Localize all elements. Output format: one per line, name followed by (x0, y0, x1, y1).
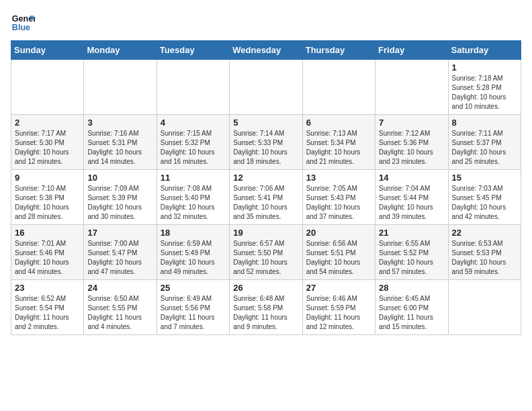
calendar-week-row: 23Sunrise: 6:52 AM Sunset: 5:54 PM Dayli… (11, 280, 521, 335)
day-info: Sunrise: 7:13 AM Sunset: 5:34 PM Dayligh… (306, 129, 371, 167)
day-number: 16 (15, 228, 80, 238)
calendar-header-friday: Friday (375, 41, 448, 60)
logo: General Blue (11, 11, 38, 35)
day-number: 24 (87, 283, 152, 293)
calendar-cell: 5Sunrise: 7:14 AM Sunset: 5:33 PM Daylig… (230, 115, 302, 170)
calendar-cell: 21Sunrise: 6:55 AM Sunset: 5:52 PM Dayli… (375, 225, 448, 280)
calendar-cell (11, 60, 84, 115)
calendar-cell (302, 60, 375, 115)
day-number: 5 (233, 118, 298, 128)
calendar-cell: 28Sunrise: 6:45 AM Sunset: 6:00 PM Dayli… (375, 280, 448, 335)
calendar-cell: 25Sunrise: 6:49 AM Sunset: 5:56 PM Dayli… (157, 280, 229, 335)
calendar-cell (448, 280, 521, 335)
day-info: Sunrise: 6:56 AM Sunset: 5:51 PM Dayligh… (306, 239, 371, 277)
calendar-cell: 7Sunrise: 7:12 AM Sunset: 5:36 PM Daylig… (375, 115, 448, 170)
calendar-header-tuesday: Tuesday (157, 41, 229, 60)
day-info: Sunrise: 6:52 AM Sunset: 5:54 PM Dayligh… (15, 294, 80, 332)
calendar-cell: 13Sunrise: 7:05 AM Sunset: 5:43 PM Dayli… (302, 170, 375, 225)
day-info: Sunrise: 7:09 AM Sunset: 5:39 PM Dayligh… (87, 184, 152, 222)
day-info: Sunrise: 6:55 AM Sunset: 5:52 PM Dayligh… (379, 239, 444, 277)
calendar-cell: 11Sunrise: 7:08 AM Sunset: 5:40 PM Dayli… (157, 170, 229, 225)
day-info: Sunrise: 6:53 AM Sunset: 5:53 PM Dayligh… (452, 239, 517, 277)
calendar-cell: 3Sunrise: 7:16 AM Sunset: 5:31 PM Daylig… (84, 115, 157, 170)
calendar-cell (230, 60, 302, 115)
calendar-cell: 8Sunrise: 7:11 AM Sunset: 5:37 PM Daylig… (448, 115, 521, 170)
day-number: 14 (379, 173, 444, 183)
day-number: 7 (379, 118, 444, 128)
calendar-week-row: 2Sunrise: 7:17 AM Sunset: 5:30 PM Daylig… (11, 115, 521, 170)
calendar-table: SundayMondayTuesdayWednesdayThursdayFrid… (11, 40, 521, 335)
calendar-cell (157, 60, 229, 115)
day-info: Sunrise: 6:45 AM Sunset: 6:00 PM Dayligh… (379, 294, 444, 332)
day-info: Sunrise: 6:46 AM Sunset: 5:59 PM Dayligh… (306, 294, 371, 332)
calendar-week-row: 9Sunrise: 7:10 AM Sunset: 5:38 PM Daylig… (11, 170, 521, 225)
calendar-cell: 19Sunrise: 6:57 AM Sunset: 5:50 PM Dayli… (230, 225, 302, 280)
day-info: Sunrise: 7:12 AM Sunset: 5:36 PM Dayligh… (379, 129, 444, 167)
day-number: 3 (87, 118, 152, 128)
day-number: 21 (379, 228, 444, 238)
day-number: 6 (306, 118, 371, 128)
day-number: 27 (306, 283, 371, 293)
day-number: 11 (161, 173, 226, 183)
day-number: 23 (15, 283, 80, 293)
calendar-cell: 16Sunrise: 7:01 AM Sunset: 5:46 PM Dayli… (11, 225, 84, 280)
calendar-header-thursday: Thursday (302, 41, 375, 60)
day-info: Sunrise: 7:03 AM Sunset: 5:45 PM Dayligh… (452, 184, 517, 222)
calendar-header-saturday: Saturday (448, 41, 521, 60)
day-info: Sunrise: 7:08 AM Sunset: 5:40 PM Dayligh… (161, 184, 226, 222)
day-number: 19 (233, 228, 298, 238)
day-number: 26 (233, 283, 298, 293)
calendar-cell (84, 60, 157, 115)
day-number: 9 (15, 173, 80, 183)
day-number: 18 (161, 228, 226, 238)
calendar-cell: 15Sunrise: 7:03 AM Sunset: 5:45 PM Dayli… (448, 170, 521, 225)
calendar-cell: 17Sunrise: 7:00 AM Sunset: 5:47 PM Dayli… (84, 225, 157, 280)
calendar-week-row: 16Sunrise: 7:01 AM Sunset: 5:46 PM Dayli… (11, 225, 521, 280)
day-number: 4 (161, 118, 226, 128)
day-info: Sunrise: 7:17 AM Sunset: 5:30 PM Dayligh… (15, 129, 80, 167)
day-info: Sunrise: 6:57 AM Sunset: 5:50 PM Dayligh… (233, 239, 298, 277)
day-number: 15 (452, 173, 517, 183)
day-info: Sunrise: 7:04 AM Sunset: 5:44 PM Dayligh… (379, 184, 444, 222)
day-number: 22 (452, 228, 517, 238)
svg-text:Blue: Blue (12, 23, 30, 32)
day-info: Sunrise: 7:16 AM Sunset: 5:31 PM Dayligh… (87, 129, 152, 167)
calendar-cell: 18Sunrise: 6:59 AM Sunset: 5:49 PM Dayli… (157, 225, 229, 280)
calendar-cell: 6Sunrise: 7:13 AM Sunset: 5:34 PM Daylig… (302, 115, 375, 170)
calendar-cell: 22Sunrise: 6:53 AM Sunset: 5:53 PM Dayli… (448, 225, 521, 280)
day-number: 2 (15, 118, 80, 128)
day-info: Sunrise: 7:18 AM Sunset: 5:28 PM Dayligh… (452, 74, 517, 111)
day-number: 28 (379, 283, 444, 293)
calendar-header-monday: Monday (84, 41, 157, 60)
day-info: Sunrise: 7:14 AM Sunset: 5:33 PM Dayligh… (233, 129, 298, 167)
calendar-cell: 23Sunrise: 6:52 AM Sunset: 5:54 PM Dayli… (11, 280, 84, 335)
calendar-week-row: 1Sunrise: 7:18 AM Sunset: 5:28 PM Daylig… (11, 60, 521, 115)
calendar-cell: 20Sunrise: 6:56 AM Sunset: 5:51 PM Dayli… (302, 225, 375, 280)
day-info: Sunrise: 7:05 AM Sunset: 5:43 PM Dayligh… (306, 184, 371, 222)
calendar-cell: 26Sunrise: 6:48 AM Sunset: 5:58 PM Dayli… (230, 280, 302, 335)
calendar-cell (375, 60, 448, 115)
day-info: Sunrise: 7:01 AM Sunset: 5:46 PM Dayligh… (15, 239, 80, 277)
day-number: 20 (306, 228, 371, 238)
day-number: 12 (233, 173, 298, 183)
day-info: Sunrise: 6:48 AM Sunset: 5:58 PM Dayligh… (233, 294, 298, 332)
day-info: Sunrise: 7:06 AM Sunset: 5:41 PM Dayligh… (233, 184, 298, 222)
calendar-cell: 9Sunrise: 7:10 AM Sunset: 5:38 PM Daylig… (11, 170, 84, 225)
day-info: Sunrise: 7:00 AM Sunset: 5:47 PM Dayligh… (87, 239, 152, 277)
day-number: 17 (87, 228, 152, 238)
calendar-cell: 4Sunrise: 7:15 AM Sunset: 5:32 PM Daylig… (157, 115, 229, 170)
logo-icon: General Blue (11, 11, 35, 35)
day-info: Sunrise: 6:59 AM Sunset: 5:49 PM Dayligh… (161, 239, 226, 277)
calendar-header-row: SundayMondayTuesdayWednesdayThursdayFrid… (11, 41, 521, 60)
calendar-cell: 14Sunrise: 7:04 AM Sunset: 5:44 PM Dayli… (375, 170, 448, 225)
calendar-cell: 1Sunrise: 7:18 AM Sunset: 5:28 PM Daylig… (448, 60, 521, 115)
calendar-cell: 2Sunrise: 7:17 AM Sunset: 5:30 PM Daylig… (11, 115, 84, 170)
calendar-header-wednesday: Wednesday (230, 41, 302, 60)
page-header: General Blue (11, 11, 521, 35)
day-info: Sunrise: 6:49 AM Sunset: 5:56 PM Dayligh… (161, 294, 226, 332)
calendar-cell: 27Sunrise: 6:46 AM Sunset: 5:59 PM Dayli… (302, 280, 375, 335)
calendar-header-sunday: Sunday (11, 41, 84, 60)
day-number: 1 (452, 62, 517, 73)
day-number: 13 (306, 173, 371, 183)
day-info: Sunrise: 6:50 AM Sunset: 5:55 PM Dayligh… (87, 294, 152, 332)
